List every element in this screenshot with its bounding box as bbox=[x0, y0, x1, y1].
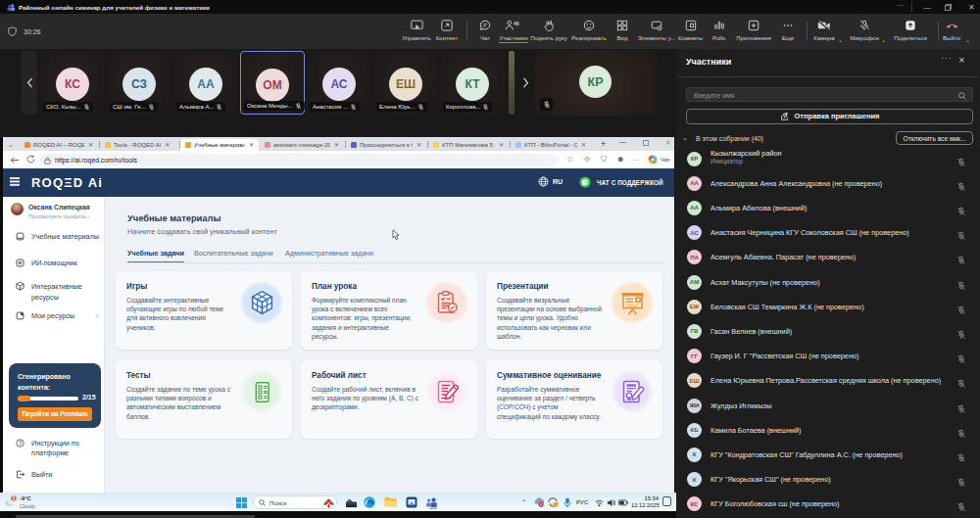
svg-text:1: 1 bbox=[13, 496, 16, 501]
